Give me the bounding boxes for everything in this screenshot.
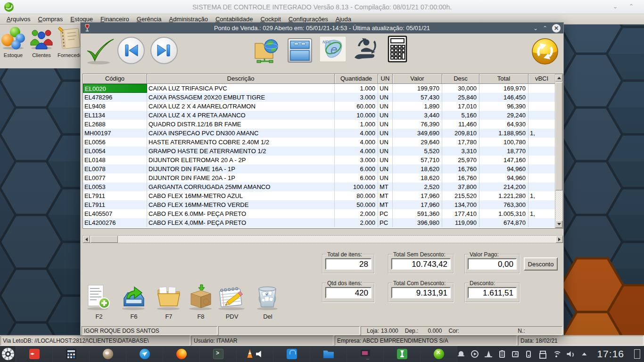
action-f2-new-sale[interactable]: F2 xyxy=(83,284,115,320)
group-label: Qtd dos itens: xyxy=(326,280,363,287)
table-row[interactable]: EL0077 DIJUNTOR DIN FAME 20A - 1P 6.000 … xyxy=(83,173,555,182)
table-row[interactable]: EL0078 DIJUNTOR DIN FAME 16A - 1P 6.000 … xyxy=(83,165,555,173)
customer-service-icon[interactable] xyxy=(353,36,379,63)
pdv-minimize-button[interactable]: ⌄ xyxy=(533,25,538,32)
skip-forward-button[interactable] xyxy=(149,36,179,65)
clipboard-icon[interactable] xyxy=(499,351,505,358)
taskbar-clock[interactable]: 17:16 xyxy=(597,348,624,360)
pdv-close-button[interactable]: ✕ xyxy=(552,24,561,33)
table-row[interactable]: EL4200276 CABO FLEX 4,0MM- PEÇA PRETO 2.… xyxy=(83,218,555,227)
skip-back-button[interactable] xyxy=(116,36,146,65)
nfce-icon[interactable]: NFC e xyxy=(319,36,347,62)
cell-desc: 17,780 xyxy=(442,138,479,147)
taskbar-app-button[interactable] xyxy=(347,346,384,362)
menu-item[interactable]: Compras xyxy=(34,15,67,24)
table-row[interactable]: MH00197 CAIXA INSPECAO PVC DN300 AMANC 4… xyxy=(83,129,555,138)
network-folder-icon[interactable] xyxy=(253,37,281,64)
cell-desc: 215,520 xyxy=(442,191,479,200)
confirm-check-icon[interactable] xyxy=(84,37,116,65)
menu-item[interactable]: Arquivos xyxy=(3,15,34,24)
main-minimize-button[interactable]: ⌄ xyxy=(609,3,621,10)
show-desktop-button[interactable] xyxy=(634,349,640,359)
app-launcher-button[interactable] xyxy=(0,346,16,362)
table-row[interactable]: EL0148 DIJUNTOR ELETROMAR 20 A - 2P 3.00… xyxy=(83,156,555,165)
table-row[interactable]: EL0056 HASTE ATERRAMENTO COBRE 2.40M 1/2… xyxy=(83,138,555,147)
column-header[interactable]: Descrição xyxy=(147,74,335,84)
table-row[interactable]: EL9408 CAIXA LUZ 2 X 4 AMARELO/TRAMON 60… xyxy=(83,102,555,111)
main-maximize-button[interactable]: ⌃ xyxy=(625,3,637,10)
column-header[interactable]: Quantidade xyxy=(335,74,378,84)
taskbar-app-button[interactable] xyxy=(237,346,273,362)
total-com-desconto-field[interactable]: 9.131,91 xyxy=(391,287,451,298)
stock-spheres-icon xyxy=(1,26,25,50)
scroll-right-button[interactable] xyxy=(556,236,563,243)
column-header[interactable]: Valor xyxy=(393,74,442,84)
desconto-field[interactable]: 1.611,51 xyxy=(468,287,517,298)
table-row[interactable]: EL7911 CABO FLEX 16MM-METRO AZUL 80.000 … xyxy=(83,191,555,200)
action-del[interactable]: Del xyxy=(252,284,283,320)
kdeconnect-icon[interactable] xyxy=(526,351,531,358)
table-row[interactable]: EL0053 GARGANTA CORRUGADA 25MM AMANCO 10… xyxy=(83,182,555,191)
desconto-button[interactable]: Desconto xyxy=(524,257,558,271)
notifications-bell-icon[interactable] xyxy=(457,350,465,358)
valor-pago-field[interactable]: 0,00 xyxy=(468,258,517,270)
keyboard-layout-icon[interactable] xyxy=(512,351,519,357)
shortcut-clientes[interactable]: Clientes xyxy=(29,26,54,66)
cell-codigo: MH00197 xyxy=(83,129,147,138)
action-f7-folder[interactable]: F7 xyxy=(153,284,184,320)
action-f6-import[interactable]: F6 xyxy=(118,284,149,320)
scroll-left-button[interactable] xyxy=(83,236,90,243)
column-header[interactable]: Total xyxy=(479,74,528,84)
group-label: Desconto: xyxy=(469,280,496,287)
column-header[interactable]: Desc xyxy=(442,74,479,84)
column-header[interactable]: UN xyxy=(378,74,393,84)
table-row[interactable]: EL0020 CAIXA LUZ TRIFASICA PVC 1.000 UN … xyxy=(83,84,555,93)
cell-total: 147,160 xyxy=(479,156,528,165)
table-row[interactable]: EL7911 CABO FLEX 16MM-METRO VERDE 50.000… xyxy=(83,200,555,209)
column-header[interactable]: Código xyxy=(83,74,147,84)
horizontal-scrollbar[interactable] xyxy=(83,235,563,243)
taskbar-app-button[interactable] xyxy=(273,346,310,362)
shortcut-estoque[interactable]: Estoque xyxy=(1,26,25,66)
action-pdv[interactable]: PDV xyxy=(216,284,248,320)
taskbar-app-button[interactable] xyxy=(90,346,126,362)
refresh-orb-icon[interactable] xyxy=(530,37,560,66)
drawer-cabinet-icon[interactable] xyxy=(286,37,314,64)
taskbar-app-button[interactable] xyxy=(310,346,347,362)
taskbar-app-button[interactable] xyxy=(421,346,457,362)
pdv-maximize-button[interactable]: ⌃ xyxy=(543,25,547,32)
qtd-itens-field[interactable]: 420 xyxy=(325,287,372,298)
taskbar-app-button[interactable] xyxy=(53,346,90,362)
taskbar-app-button[interactable] xyxy=(384,346,421,362)
calculator-icon[interactable] xyxy=(384,35,411,64)
taskbar-app-button[interactable] xyxy=(200,346,237,362)
table-row[interactable]: EL0054 GRAMPO HASTE DE ATERRAMENTO 1/2 4… xyxy=(83,147,555,156)
tray-expand-icon[interactable] xyxy=(580,350,588,358)
total-sem-desconto-field[interactable]: 10.743,42 xyxy=(391,258,451,270)
usb-icon[interactable] xyxy=(538,350,546,358)
table-row[interactable]: EL1134 CAIXA LUZ 4 X 4 PRETA AMANCO 10.0… xyxy=(83,111,555,120)
cell-codigo: EL2688 xyxy=(83,120,147,129)
vlc-tray-icon[interactable] xyxy=(485,350,492,358)
horizontal-scroll-thumb[interactable] xyxy=(91,236,118,243)
taskbar-app-button[interactable] xyxy=(126,346,163,362)
total-itens-field[interactable]: 28 xyxy=(325,258,372,270)
wifi-icon[interactable] xyxy=(552,350,561,358)
table-row[interactable]: EL2688 QUADRO DISTR.12/16 BR FAME 1.000 … xyxy=(83,120,555,129)
shortcut-fornecedores[interactable]: Fornecedo xyxy=(58,26,82,66)
vertical-scroll-thumb[interactable] xyxy=(555,82,562,190)
taskbar-app-button[interactable] xyxy=(163,346,200,362)
table-row[interactable]: EL478296 CAIXA PASSAGEM 20X20 EMBUT TIGR… xyxy=(83,93,555,102)
vertical-scrollbar[interactable] xyxy=(555,74,563,228)
pdv-titlebar[interactable]: Ponto de Venda.: 029 Aberto em: 05/01/21… xyxy=(81,23,563,33)
table-row[interactable]: EL405507 CABO FLEX 6.0MM- PEÇA PRETO 2.0… xyxy=(83,209,555,218)
scroll-down-button[interactable] xyxy=(555,221,562,228)
action-f8-package[interactable]: F8 xyxy=(185,284,216,320)
volume-icon[interactable] xyxy=(567,350,574,358)
column-header[interactable]: vBCI xyxy=(528,74,555,84)
mail-red-icon xyxy=(29,349,40,359)
media-play-icon[interactable] xyxy=(471,350,479,358)
taskbar-app-button[interactable] xyxy=(16,346,53,362)
group-label: Total de itens: xyxy=(326,251,363,258)
scroll-up-button[interactable] xyxy=(555,74,562,82)
